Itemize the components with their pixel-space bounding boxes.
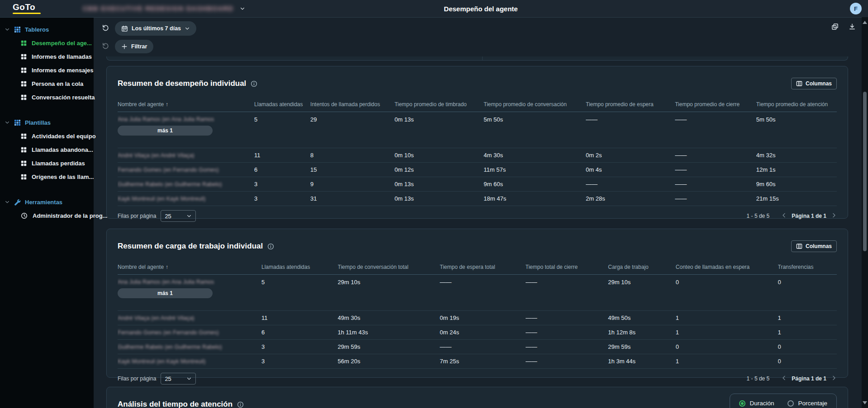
cell: 0m 4s xyxy=(586,163,675,177)
column-header-5[interactable]: Tiempo promedio de conversación xyxy=(484,97,586,112)
agent-name-cell: André Vilaça (en André Vilaça) xyxy=(118,148,254,163)
column-header-8[interactable]: Transferencias xyxy=(778,260,837,275)
scroll-up-arrow[interactable] xyxy=(863,21,867,24)
sidebar-item-persona-en-la-cola[interactable]: Persona en la cola xyxy=(0,77,94,90)
previous-page-button[interactable] xyxy=(781,375,787,382)
radio-option-duraci-n[interactable]: Duración xyxy=(739,400,774,407)
column-header-4[interactable]: Tiempo promedio de timbrado xyxy=(394,97,484,112)
column-header-6[interactable]: Tiempo promedio de espera xyxy=(586,97,675,112)
radio-label: Duración xyxy=(749,400,774,407)
cell: 3 xyxy=(261,340,338,354)
cell: 1 xyxy=(676,311,778,325)
sidebar-item-informes-de-mensajes[interactable]: Informes de mensajes xyxy=(0,63,94,77)
sidebar-gap xyxy=(0,104,94,116)
sidebar-item-or-genes-de-las-llam[interactable]: Orígenes de las llam... xyxy=(0,170,94,183)
copy-report-button[interactable] xyxy=(831,23,839,32)
sidebar-item-desempe-o-del-age[interactable]: Desempeño del age... xyxy=(0,36,94,50)
more-agents-badge[interactable]: más 1 xyxy=(118,288,213,298)
chevron-down-icon xyxy=(185,26,190,31)
page-size-select[interactable]: 25 xyxy=(161,373,196,385)
cell: 0 xyxy=(676,340,778,354)
agent-name-redacted: Kayk Montreuil (en Kayk Montreuil) xyxy=(118,358,258,365)
download-report-button[interactable] xyxy=(849,23,856,32)
column-header-7[interactable]: Conteo de llamadas en espera xyxy=(676,260,778,275)
card-title: Resumen de desempeño individual xyxy=(118,79,246,88)
column-header-8[interactable]: Tiempo promedio de atención xyxy=(756,97,837,112)
cell: 49m 30s xyxy=(338,311,440,325)
sidebar-section-plantillas[interactable]: Plantillas xyxy=(0,116,94,129)
agent-name-redacted: André Vilaça (en André Vilaça) xyxy=(118,315,258,321)
sidebar-item-label: Administrador de la prog... xyxy=(33,212,107,219)
info-icon[interactable] xyxy=(267,243,274,250)
sidebar-item-conversaci-n-resuelta[interactable]: Conversación resuelta xyxy=(0,90,94,104)
avatar[interactable]: F xyxy=(850,3,862,14)
chevron-left-icon xyxy=(781,212,787,218)
chevron-down-icon xyxy=(5,199,10,205)
reset-date-filter-button[interactable] xyxy=(102,24,109,33)
previous-page-button[interactable] xyxy=(781,212,787,220)
info-icon[interactable] xyxy=(237,401,244,408)
page-size-select[interactable]: 25 xyxy=(161,210,196,222)
partial-card-above xyxy=(106,56,848,61)
goto-logo-text: GoTo xyxy=(13,2,41,12)
column-header-1[interactable]: Nombre del agente↑ xyxy=(118,97,254,112)
columns-icon xyxy=(796,243,802,249)
cell: 29 xyxy=(310,112,394,148)
sidebar-section-tableros[interactable]: Tableros xyxy=(0,23,94,36)
sidebar-item-informes-de-llamadas[interactable]: Informes de llamadas xyxy=(0,50,94,63)
add-filter-button[interactable]: Filtrar xyxy=(115,40,153,53)
chevron-right-icon xyxy=(831,375,837,381)
page-label: Página 1 de 1 xyxy=(792,375,826,382)
individual-workload-table: Nombre del agente↑Llamadas atendidasTiem… xyxy=(118,260,837,369)
columns-button[interactable]: Columnas xyxy=(791,78,837,89)
sidebar-item-llamadas-abandona[interactable]: Llamadas abandona... xyxy=(0,143,94,156)
more-agents-badge[interactable]: más 1 xyxy=(118,126,213,136)
cell: 49m 50s xyxy=(608,311,675,325)
sidebar-item-actividades-del-equipo[interactable]: Actividades del equipo xyxy=(0,129,94,143)
cell: 56m 20s xyxy=(338,354,440,369)
radio-option-porcentaje[interactable]: Porcentaje xyxy=(787,400,827,407)
refresh-icon xyxy=(102,42,109,50)
sidebar-item-label: Informes de llamadas xyxy=(32,53,92,60)
columns-button[interactable]: Columnas xyxy=(791,240,837,252)
column-header-6[interactable]: Carga de trabajo xyxy=(608,260,675,275)
rows-per-page-label: Filas por página xyxy=(118,213,156,219)
cell: —— xyxy=(440,275,525,311)
column-header-7[interactable]: Tiempo promedio de cierre xyxy=(675,97,756,112)
cell: —— xyxy=(675,112,756,148)
column-header-3[interactable]: Tiempo de conversación total xyxy=(338,260,440,275)
sidebar-item-administrador-de-la-prog[interactable]: Administrador de la prog... xyxy=(0,209,94,222)
column-header-3[interactable]: Intentos de llamada perdidos xyxy=(310,97,394,112)
column-header-1[interactable]: Nombre del agente↑ xyxy=(118,260,261,275)
date-range-picker[interactable]: Los últimos 7 días xyxy=(115,21,196,36)
sidebar-section-label: Herramientas xyxy=(25,199,62,206)
cell: 9m 60s xyxy=(756,177,837,192)
sidebar-item-label: Desempeño del age... xyxy=(32,40,92,47)
scrollbar-thumb[interactable] xyxy=(863,92,867,251)
next-page-button[interactable] xyxy=(831,375,837,382)
grid-icon xyxy=(21,67,27,73)
cell: 4m 30s xyxy=(484,148,586,163)
pagination: 1 - 5 de 5 Página 1 de 1 xyxy=(747,212,837,220)
agent-name-redacted: Fernando Gomes (en Fernando Gomes) xyxy=(118,167,251,173)
cell: 1h 12m 8s xyxy=(608,325,675,340)
cell: 0 xyxy=(778,340,837,354)
wrench-icon xyxy=(14,199,21,206)
chevron-down-icon xyxy=(240,6,245,11)
column-header-5[interactable]: Tiempo total de cierre xyxy=(526,260,608,275)
cell: —— xyxy=(675,163,756,177)
reset-filters-button[interactable] xyxy=(102,42,109,51)
goto-logo[interactable]: GoTo xyxy=(13,2,41,14)
cell: 11m 57s xyxy=(484,163,586,177)
column-header-4[interactable]: Tiempo de espera total xyxy=(440,260,525,275)
column-header-2[interactable]: Llamadas atendidas xyxy=(261,260,338,275)
workspace-selector[interactable]: CBB EXECUTIVE REDESIGN DASHBOARD xyxy=(83,0,245,17)
sidebar-item-llamadas-perdidas[interactable]: Llamadas perdidas xyxy=(0,156,94,170)
add-filter-label: Filtrar xyxy=(131,43,147,50)
next-page-button[interactable] xyxy=(831,212,837,220)
column-header-2[interactable]: Llamadas atendidas xyxy=(254,97,310,112)
sidebar-section-herramientas[interactable]: Herramientas xyxy=(0,195,94,209)
agent-name-cell: André Vilaça (en André Vilaça) xyxy=(118,311,261,325)
info-icon[interactable] xyxy=(251,80,257,87)
scroll-down-arrow[interactable] xyxy=(863,401,867,404)
